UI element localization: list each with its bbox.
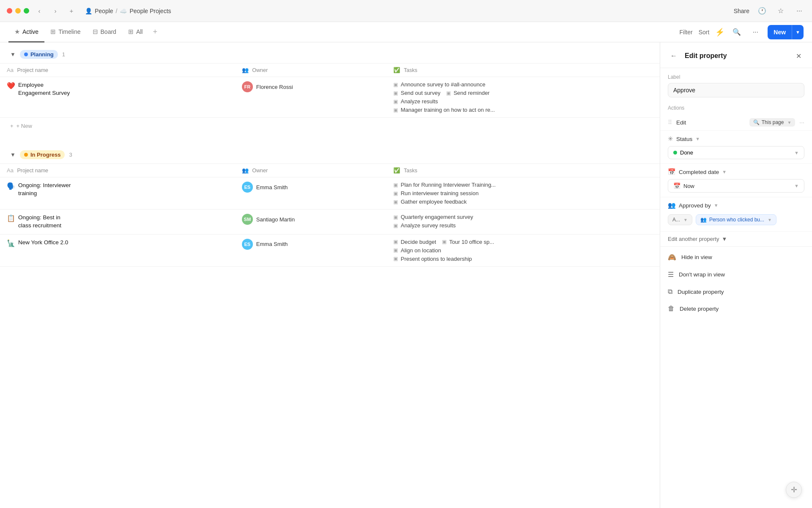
date-icon: 📅 [673,182,680,189]
label-input[interactable] [668,83,804,97]
ip-row1-owner-cell: ES Emma Smith [235,177,387,210]
tabbar: ★ Active ⊞ Timeline ⊟ Board ⊞ All + Filt… [0,22,812,42]
task-text[interactable]: Run interviewer training session [401,190,478,196]
ip-row3-tasks-cell: ▣ Decide budget ▣ Tour 10 office sp... ▣… [387,234,660,266]
task-text[interactable]: Manager training on how to act on re... [401,107,495,113]
crosshair-button[interactable]: ✛ [786,482,802,498]
edit-action-row[interactable]: ⠿ Edit 🔍 This page ▼ ··· [660,114,812,131]
tab-timeline[interactable]: ⊞ Timeline [44,22,86,42]
hide-label: Hide in view [681,254,712,260]
task-text[interactable]: Decide budget [401,239,436,245]
hide-in-view-row[interactable]: 🙈 Hide in view [660,248,812,266]
page-chip-caret: ▼ [787,120,791,125]
sort-button[interactable]: Sort [699,29,710,36]
task-item: ▣ Align on location [393,247,653,254]
duplicate-property-row[interactable]: ⧉ Duplicate property [660,283,812,300]
planning-new-row-button[interactable]: + + New [0,118,42,134]
approved-a-label: A... [672,217,680,223]
ip-row2-name-cell: 📋 Ongoing: Best inclass recruitment [0,210,235,235]
breadcrumb-people[interactable]: People [95,8,113,14]
titlebar-right: Share 🕐 ☆ ··· [734,5,805,17]
project-name-text[interactable]: Ongoing: Interviewertraining [18,182,71,198]
add-tab-button[interactable]: + [66,5,77,17]
task-text[interactable]: Gather employee feedback [401,199,466,205]
project-name-text[interactable]: Ongoing: Best inclass recruitment [18,214,61,230]
filter-button[interactable]: Filter [680,29,693,36]
share-button[interactable]: Share [734,8,749,14]
close-traffic-light[interactable] [7,8,12,14]
in-progress-label: In Progress [30,152,61,158]
project-name-text[interactable]: EmployeeEngagement Survey [18,81,70,97]
all-icon: ⊞ [128,28,134,36]
breadcrumb-projects[interactable]: People Projects [129,8,171,14]
ip-row3-name-cell: 🗽 New York Office 2.0 [0,234,235,266]
task-icon: ▣ [393,247,398,253]
planning-section-header: ▼ Planning 1 [0,42,660,63]
task-text[interactable]: Send out survey [401,90,440,96]
tab-active[interactable]: ★ Active [8,22,44,42]
panel-separator [660,246,812,247]
fullscreen-traffic-light[interactable] [24,8,29,14]
owner-name: Emma Smith [256,184,288,190]
date-value: Now [683,183,694,189]
task-text[interactable]: Analyze results [401,98,438,105]
task-text[interactable]: Analyze survey results [401,222,455,229]
status-select[interactable]: Done ▼ [668,146,804,159]
delete-property-row[interactable]: 🗑 Delete property [660,300,812,317]
task-icon: ▣ [393,182,398,188]
star-icon[interactable]: ☆ [775,5,787,17]
task-item: ▣ Send out survey ▣ Send reminder [393,90,653,96]
tab-all[interactable]: ⊞ All [122,22,149,42]
in-progress-toggle[interactable]: ▼ [10,152,16,158]
search-button[interactable]: 🔍 [730,26,743,39]
task-text[interactable]: Quarterly engagement survey [401,214,473,220]
actions-label: Actions [660,103,812,114]
approved-a-chip[interactable]: A... ▼ [668,214,692,225]
planning-badge[interactable]: Planning [20,50,58,59]
breadcrumb-separator: / [116,8,118,14]
new-button[interactable]: New ▼ [768,25,804,39]
new-row-plus: + [10,123,14,129]
minimize-traffic-light[interactable] [15,8,21,14]
project-name-text[interactable]: New York Office 2.0 [18,239,68,247]
automation-icon[interactable]: ⚡ [715,28,724,37]
edit-another-property-button[interactable]: Edit another property ▼ [660,232,812,246]
approved-by-header[interactable]: 👥 Approved by ▼ [668,202,804,209]
in-progress-section-header: ▼ In Progress 3 [0,143,660,163]
completed-date-section: 📅 Completed date ▼ 📅 Now ▼ [660,164,812,197]
nav-forward-button[interactable]: › [49,5,61,17]
status-field-section: ✳ Status ▼ Done ▼ [660,131,812,164]
titlebar: ‹ › + 👤 People / ☁️ People Projects Shar… [0,0,812,22]
task-text[interactable]: Present options to leadership [401,256,472,262]
status-field-header[interactable]: ✳ Status ▼ [668,135,804,143]
more-options-button[interactable]: ··· [749,26,762,39]
date-chip[interactable]: 📅 Now ▼ [668,179,804,193]
dont-wrap-row[interactable]: ☰ Don't wrap in view [660,266,812,283]
trash-icon: 🗑 [668,305,675,312]
action-more-button[interactable]: ··· [799,119,804,126]
task-item: ▣ Decide budget ▣ Tour 10 office sp... [393,239,653,245]
table-area: ▼ Planning 1 Aa Project name 👥 Owner [0,42,660,508]
avatar: ES [242,239,253,250]
tab-board[interactable]: ⊟ Board [87,22,122,42]
task-text[interactable]: Align on location [401,247,441,254]
task-text[interactable]: Send reminder [453,90,489,96]
panel-close-button[interactable]: ✕ [793,50,804,62]
panel-back-button[interactable]: ← [668,50,680,62]
in-progress-badge[interactable]: In Progress [20,150,65,159]
task-text[interactable]: Tour 10 office sp... [449,239,494,245]
history-icon[interactable]: 🕐 [756,5,768,17]
task-text[interactable]: Announce survey to #all-announce [401,81,485,88]
person-who-clicked-chip[interactable]: 👥 Person who clicked bu... ▼ [696,214,776,225]
completed-date-header[interactable]: 📅 Completed date ▼ [668,168,804,176]
planning-toggle[interactable]: ▼ [10,51,16,58]
avatar: SM [242,214,253,225]
task-text[interactable]: Plan for Running Interviewer Training... [401,182,496,188]
more-icon[interactable]: ··· [793,5,805,17]
person-chip-label: Person who clicked bu... [709,217,764,223]
approved-by-section: 👥 Approved by ▼ A... ▼ 👥 Person who clic… [660,197,812,232]
add-view-button[interactable]: + [148,28,162,36]
nav-back-button[interactable]: ‹ [33,5,45,17]
owner-icon: 👥 [242,67,249,73]
page-chip[interactable]: 🔍 This page ▼ [749,118,796,127]
